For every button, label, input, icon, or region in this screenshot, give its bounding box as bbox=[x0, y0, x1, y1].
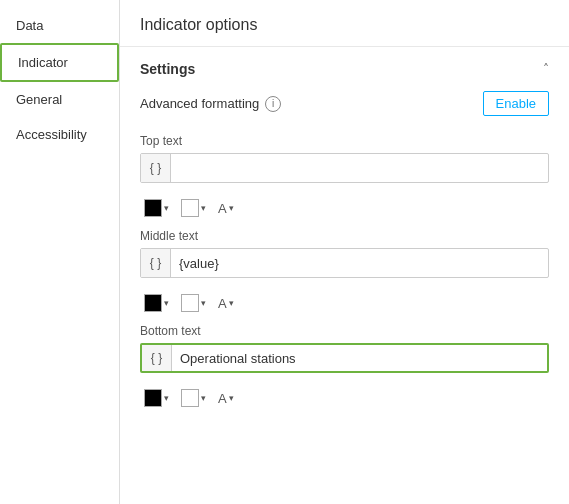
advanced-formatting-row: Advanced formatting i Enable bbox=[140, 91, 549, 116]
middle-text-toolbar: ▾ ▾ A ▾ bbox=[140, 292, 549, 314]
section-header: Settings ˄ bbox=[140, 61, 549, 77]
main-panel: Indicator options Settings ˄ Advanced fo… bbox=[120, 0, 569, 504]
top-fill-chevron-icon: ▾ bbox=[164, 203, 169, 213]
sidebar-item-indicator[interactable]: Indicator bbox=[0, 43, 119, 82]
bottom-text-curly-button[interactable]: { } bbox=[142, 345, 172, 371]
bottom-fill-color-swatch bbox=[144, 389, 162, 407]
sidebar-item-accessibility-label: Accessibility bbox=[16, 127, 87, 142]
bottom-text-toolbar: ▾ ▾ A ▾ bbox=[140, 387, 549, 409]
top-font-icon: A bbox=[218, 201, 227, 216]
top-fill-color-swatch bbox=[144, 199, 162, 217]
middle-border-color-swatch bbox=[181, 294, 199, 312]
middle-border-chevron-icon: ▾ bbox=[201, 298, 206, 308]
top-text-curly-button[interactable]: { } bbox=[141, 154, 171, 182]
sidebar-item-data-label: Data bbox=[16, 18, 43, 33]
sidebar: Data Indicator General Accessibility bbox=[0, 0, 120, 504]
middle-text-curly-button[interactable]: { } bbox=[141, 249, 171, 277]
top-text-toolbar: ▾ ▾ A ▾ bbox=[140, 197, 549, 219]
middle-text-field-row: { } bbox=[140, 248, 549, 278]
settings-section: Settings ˄ Advanced formatting i Enable … bbox=[120, 47, 569, 419]
enable-button[interactable]: Enable bbox=[483, 91, 549, 116]
middle-text-input[interactable] bbox=[171, 256, 548, 271]
top-font-chevron-icon: ▾ bbox=[229, 203, 234, 213]
middle-fill-color-button[interactable]: ▾ bbox=[140, 292, 173, 314]
top-text-input[interactable] bbox=[171, 161, 548, 176]
top-border-chevron-icon: ▾ bbox=[201, 203, 206, 213]
sidebar-item-general[interactable]: General bbox=[0, 82, 119, 117]
bottom-border-color-button[interactable]: ▾ bbox=[177, 387, 210, 409]
top-font-button[interactable]: A ▾ bbox=[214, 199, 238, 218]
middle-font-chevron-icon: ▾ bbox=[229, 298, 234, 308]
bottom-text-field-row: { } bbox=[140, 343, 549, 373]
middle-border-color-button[interactable]: ▾ bbox=[177, 292, 210, 314]
sidebar-item-accessibility[interactable]: Accessibility bbox=[0, 117, 119, 152]
adv-label-group: Advanced formatting i bbox=[140, 96, 281, 112]
bottom-text-input[interactable] bbox=[172, 351, 547, 366]
top-text-section: Top text { } bbox=[140, 134, 549, 183]
sidebar-item-general-label: General bbox=[16, 92, 62, 107]
advanced-formatting-label: Advanced formatting bbox=[140, 96, 259, 111]
top-fill-color-button[interactable]: ▾ bbox=[140, 197, 173, 219]
sidebar-item-indicator-label: Indicator bbox=[18, 55, 68, 70]
bottom-text-label: Bottom text bbox=[140, 324, 549, 338]
middle-text-section: Middle text { } bbox=[140, 229, 549, 278]
top-text-label: Top text bbox=[140, 134, 549, 148]
top-border-color-button[interactable]: ▾ bbox=[177, 197, 210, 219]
sidebar-item-data[interactable]: Data bbox=[0, 8, 119, 43]
bottom-font-button[interactable]: A ▾ bbox=[214, 389, 238, 408]
collapse-icon[interactable]: ˄ bbox=[543, 62, 549, 76]
middle-fill-chevron-icon: ▾ bbox=[164, 298, 169, 308]
bottom-text-section: Bottom text { } bbox=[140, 324, 549, 373]
page-title: Indicator options bbox=[120, 0, 569, 47]
section-title: Settings bbox=[140, 61, 195, 77]
bottom-font-chevron-icon: ▾ bbox=[229, 393, 234, 403]
middle-fill-color-swatch bbox=[144, 294, 162, 312]
bottom-fill-color-button[interactable]: ▾ bbox=[140, 387, 173, 409]
bottom-fill-chevron-icon: ▾ bbox=[164, 393, 169, 403]
bottom-border-color-swatch bbox=[181, 389, 199, 407]
top-border-color-swatch bbox=[181, 199, 199, 217]
middle-font-button[interactable]: A ▾ bbox=[214, 294, 238, 313]
middle-text-label: Middle text bbox=[140, 229, 549, 243]
bottom-border-chevron-icon: ▾ bbox=[201, 393, 206, 403]
middle-font-icon: A bbox=[218, 296, 227, 311]
top-text-field-row: { } bbox=[140, 153, 549, 183]
info-icon[interactable]: i bbox=[265, 96, 281, 112]
bottom-font-icon: A bbox=[218, 391, 227, 406]
